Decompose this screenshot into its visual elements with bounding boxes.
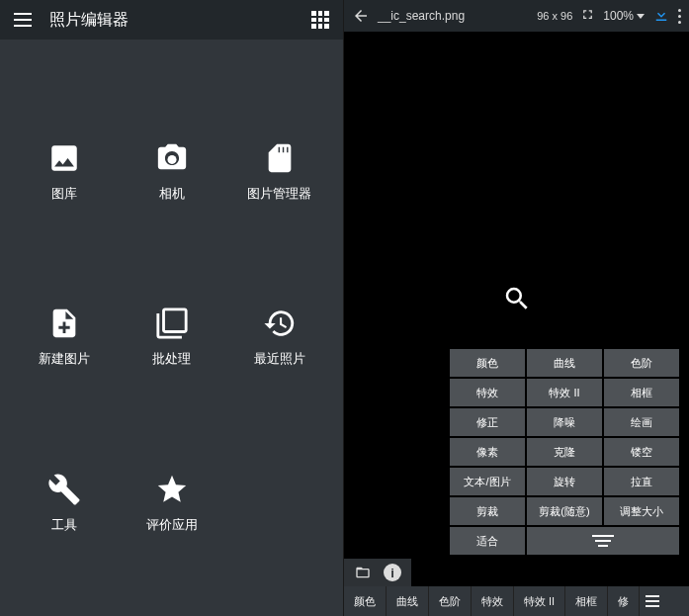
newimg-label: 新建图片 bbox=[39, 350, 90, 368]
info-button[interactable]: i bbox=[378, 559, 407, 586]
tool-curves[interactable]: 曲线 bbox=[527, 349, 602, 377]
home-panel: 照片编辑器 图库 相机 图片管理器 新建图片 批处理 最近照片 bbox=[0, 0, 344, 616]
zoom-dropdown[interactable]: 100% bbox=[603, 9, 645, 23]
more-button[interactable] bbox=[678, 9, 681, 24]
filename-label: __ic_search.png bbox=[378, 9, 529, 23]
editor-panel: __ic_search.png 96 x 96 100% 颜色 曲线 色阶 特效… bbox=[344, 0, 689, 616]
tab-frame[interactable]: 相框 bbox=[565, 586, 608, 616]
tool-denoise[interactable]: 降噪 bbox=[527, 408, 602, 436]
menu-icon[interactable] bbox=[14, 13, 32, 27]
manager-button[interactable]: 图片管理器 bbox=[225, 89, 333, 255]
apps-grid-icon[interactable] bbox=[311, 11, 329, 29]
home-grid: 图库 相机 图片管理器 新建图片 批处理 最近照片 工具 评价应用 bbox=[0, 40, 343, 616]
image-icon bbox=[47, 141, 81, 175]
batch-label: 批处理 bbox=[152, 350, 191, 368]
tool-text[interactable]: 文本/图片 bbox=[450, 468, 525, 495]
home-header: 照片编辑器 bbox=[0, 0, 343, 40]
tool-freecrop[interactable]: 剪裁(随意) bbox=[527, 497, 602, 525]
tool-draw[interactable]: 绘画 bbox=[604, 408, 679, 436]
fullscreen-button[interactable] bbox=[580, 7, 595, 25]
note-add-icon bbox=[47, 307, 81, 340]
tool-straighten[interactable]: 拉直 bbox=[604, 468, 679, 495]
camera-label: 相机 bbox=[159, 185, 185, 203]
camera-icon bbox=[155, 141, 189, 175]
tool-clone[interactable]: 克隆 bbox=[527, 438, 602, 466]
tab-effects[interactable]: 特效 bbox=[472, 586, 514, 616]
chevron-down-icon bbox=[637, 14, 645, 19]
tool-popup-grid: 颜色 曲线 色阶 特效 特效 II 相框 修正 降噪 绘画 像素 克隆 镂空 文… bbox=[450, 349, 679, 555]
tool-fit[interactable]: 适合 bbox=[450, 527, 525, 555]
tool-pixel[interactable]: 像素 bbox=[450, 438, 525, 466]
newimg-button[interactable]: 新建图片 bbox=[10, 255, 118, 421]
zoom-value: 100% bbox=[603, 9, 634, 23]
svg-point-0 bbox=[167, 155, 176, 164]
manager-label: 图片管理器 bbox=[247, 185, 311, 203]
tab-effects2[interactable]: 特效 II bbox=[514, 586, 565, 616]
gallery-label: 图库 bbox=[51, 185, 77, 203]
dimensions-label: 96 x 96 bbox=[537, 10, 572, 22]
history-icon bbox=[263, 307, 297, 340]
tab-curves[interactable]: 曲线 bbox=[387, 586, 429, 616]
tool-rotate[interactable]: 旋转 bbox=[527, 468, 602, 495]
app-title: 照片编辑器 bbox=[49, 10, 311, 31]
editor-header: __ic_search.png 96 x 96 100% bbox=[344, 0, 689, 32]
wrench-icon bbox=[47, 473, 81, 506]
tool-effects2[interactable]: 特效 II bbox=[527, 379, 602, 406]
tool-color[interactable]: 颜色 bbox=[450, 349, 525, 377]
batch-button[interactable]: 批处理 bbox=[118, 255, 225, 421]
rate-button[interactable]: 评价应用 bbox=[118, 420, 225, 586]
rate-label: 评价应用 bbox=[146, 516, 198, 534]
camera-button[interactable]: 相机 bbox=[118, 89, 225, 255]
back-button[interactable] bbox=[352, 7, 370, 25]
tab-color[interactable]: 颜色 bbox=[344, 586, 387, 616]
image-canvas[interactable]: 颜色 曲线 色阶 特效 特效 II 相框 修正 降噪 绘画 像素 克隆 镂空 文… bbox=[344, 32, 689, 616]
folder-button[interactable] bbox=[348, 559, 378, 586]
tool-effects[interactable]: 特效 bbox=[450, 379, 525, 406]
tools-button[interactable]: 工具 bbox=[10, 420, 118, 586]
canvas-toolbar: i bbox=[344, 559, 411, 586]
download-button[interactable] bbox=[652, 6, 670, 27]
bottom-tabstrip: 颜色 曲线 色阶 特效 特效 II 相框 修 bbox=[344, 586, 689, 616]
tool-frame[interactable]: 相框 bbox=[604, 379, 679, 406]
star-icon bbox=[155, 473, 189, 506]
filter-none-icon bbox=[155, 307, 189, 340]
search-icon bbox=[502, 284, 532, 317]
tab-correct[interactable]: 修 bbox=[608, 586, 640, 616]
recent-label: 最近照片 bbox=[254, 350, 305, 368]
tools-label: 工具 bbox=[51, 516, 77, 534]
empty-cell bbox=[225, 420, 333, 586]
tab-more-button[interactable] bbox=[640, 586, 665, 616]
recent-button[interactable]: 最近照片 bbox=[225, 255, 333, 421]
gallery-button[interactable]: 图库 bbox=[10, 89, 118, 255]
tool-resize[interactable]: 调整大小 bbox=[604, 497, 679, 525]
tool-sort-button[interactable] bbox=[527, 527, 679, 555]
tool-crop[interactable]: 剪裁 bbox=[450, 497, 525, 525]
sort-icon bbox=[592, 535, 614, 547]
tool-levels[interactable]: 色阶 bbox=[604, 349, 679, 377]
tool-cutout[interactable]: 镂空 bbox=[604, 438, 679, 466]
info-icon: i bbox=[384, 564, 401, 581]
tab-levels[interactable]: 色阶 bbox=[429, 586, 472, 616]
sdcard-icon bbox=[263, 141, 297, 175]
tool-correct[interactable]: 修正 bbox=[450, 408, 525, 436]
